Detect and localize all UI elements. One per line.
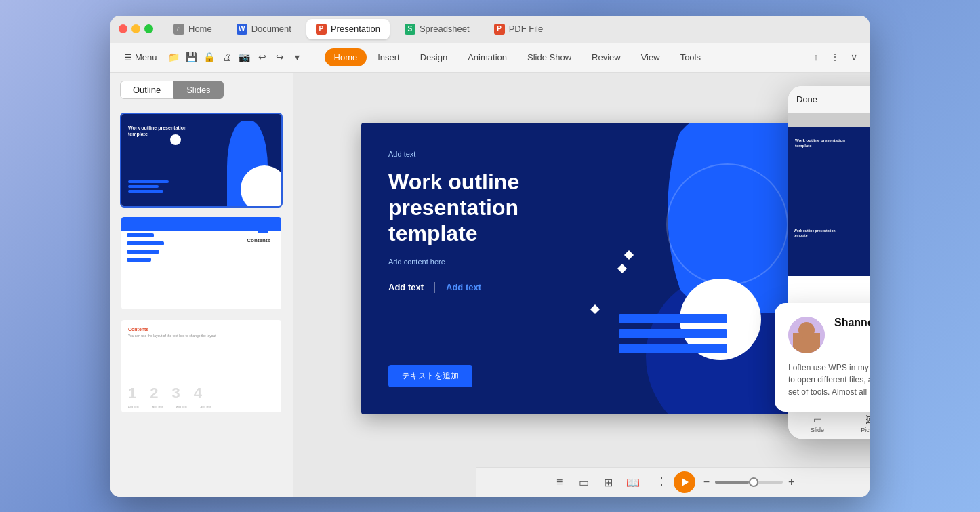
thumb3-sub-labels: Add Text Add Text Add Text Add Text bbox=[128, 405, 211, 408]
nav-tab-animation[interactable]: Animation bbox=[458, 48, 516, 66]
thumb3-title: Contents bbox=[128, 327, 148, 332]
thumb3-label4: Add Text bbox=[201, 405, 211, 408]
review-card: Shannon Flore s I often use WPS in my da… bbox=[775, 303, 870, 412]
diamond-1 bbox=[624, 250, 634, 259]
slide-main-title[interactable]: Work outline presentation template bbox=[388, 169, 598, 247]
nav-tab-insert[interactable]: Insert bbox=[368, 48, 409, 66]
slider-track[interactable] bbox=[715, 481, 783, 484]
tab-presentation[interactable]: P Presentation bbox=[306, 19, 390, 39]
tab-document[interactable]: W Document bbox=[227, 19, 301, 39]
undo-icon[interactable]: ↩ bbox=[255, 50, 270, 64]
menu-button[interactable]: ☰ Menu bbox=[119, 50, 163, 65]
review-text: I often use WPS in my daily life. It can… bbox=[788, 361, 870, 398]
mobile-done-button[interactable]: Done bbox=[796, 94, 817, 104]
mp-slide-text: Work outline presentationtemplate bbox=[795, 138, 845, 149]
toolbar-file-icons: 📁 💾 🔒 🖨 📷 ↩ ↪ ▾ bbox=[167, 50, 305, 64]
collapse-icon[interactable]: ∨ bbox=[846, 50, 861, 64]
toolbar-divider bbox=[312, 50, 312, 64]
mobile-slide-icon: ▭ bbox=[813, 414, 822, 425]
mobile-grey-bar bbox=[788, 113, 870, 127]
zoom-slider[interactable]: − + bbox=[703, 476, 795, 488]
hamburger-icon: ☰ bbox=[124, 52, 132, 62]
slide-cta-divider bbox=[434, 282, 435, 293]
slide-cta-left[interactable]: Add text bbox=[388, 282, 424, 292]
avatar bbox=[788, 317, 825, 353]
mobile-picture-label: Picture bbox=[861, 427, 870, 433]
nav-tab-slideshow[interactable]: Slide Show bbox=[518, 48, 581, 66]
mobile-header: Done 💾 ↩ ⊟ ✕ bbox=[788, 86, 870, 113]
thumb2-contents-label: Contents bbox=[247, 237, 270, 243]
outline-icon[interactable]: ≡ bbox=[552, 474, 568, 490]
minimize-button[interactable] bbox=[131, 24, 140, 33]
play-button[interactable] bbox=[674, 471, 695, 493]
slide-thumbnail-2[interactable]: Contents bbox=[120, 216, 283, 311]
mobile-picture-btn[interactable]: 🖼 Picture bbox=[861, 414, 870, 433]
thumb3-num4: 4 bbox=[194, 385, 202, 402]
more-icon[interactable]: ⋮ bbox=[828, 50, 842, 64]
grid-view-icon[interactable]: ⊞ bbox=[600, 474, 617, 490]
fullscreen-icon[interactable]: ⛶ bbox=[649, 474, 666, 490]
mobile-second-slide: Work outline presentationtemplate bbox=[788, 222, 870, 276]
sidebar-tab-outline[interactable]: Outline bbox=[120, 81, 173, 99]
thumb2-row1 bbox=[127, 233, 164, 237]
slide-thumbnail-1[interactable]: Work outline presentationtemplate bbox=[120, 113, 283, 208]
slide-bars bbox=[619, 314, 727, 353]
slide-outline-circle bbox=[666, 163, 788, 285]
sidebar-tab-slides[interactable]: Slides bbox=[173, 81, 223, 99]
mobile-slide-btn[interactable]: ▭ Slide bbox=[811, 414, 824, 433]
slide-bar-3 bbox=[619, 344, 727, 353]
toolbar-right: ↑ ⋮ ∨ bbox=[809, 50, 861, 64]
mobile-bottom-toolbar: ▭ Slide 🖼 Picture T Text Bo... bbox=[788, 408, 870, 439]
thumb2-blue-bar bbox=[121, 217, 281, 231]
slide-thumbnail-3[interactable]: Contents You can use the layout of the t… bbox=[120, 319, 283, 414]
slide-jp-button[interactable]: テキストを追加 bbox=[388, 365, 472, 387]
thumb3-label2: Add Text bbox=[152, 405, 163, 408]
normal-view-icon[interactable]: ▭ bbox=[576, 474, 592, 490]
content-area: Outline Slides Work outline presentation… bbox=[110, 73, 870, 497]
sidebar-tabs: Outline Slides bbox=[110, 73, 293, 107]
title-bar: ⌂ Home W Document P Presentation S Sprea… bbox=[110, 16, 870, 43]
nav-tab-tools[interactable]: Tools bbox=[671, 48, 710, 66]
close-button[interactable] bbox=[119, 24, 127, 33]
lock-icon[interactable]: 🔒 bbox=[202, 50, 217, 64]
slide-cta-right[interactable]: Add text bbox=[446, 282, 481, 292]
save-icon[interactable]: 💾 bbox=[184, 50, 199, 64]
traffic-lights bbox=[119, 24, 153, 33]
zoom-plus[interactable]: + bbox=[788, 476, 794, 488]
zoom-minus[interactable]: − bbox=[703, 476, 710, 488]
tab-pdf[interactable]: P PDF File bbox=[485, 19, 553, 39]
maximize-button[interactable] bbox=[144, 24, 153, 33]
thumb2-row3 bbox=[127, 250, 164, 254]
print-icon[interactable]: 🖨 bbox=[220, 50, 234, 64]
share-icon[interactable]: ↑ bbox=[809, 50, 823, 64]
redo-icon[interactable]: ↪ bbox=[272, 50, 287, 64]
spreadsheet-icon: S bbox=[405, 24, 415, 35]
thumb1-bars bbox=[128, 180, 169, 193]
bottom-bar: ≡ ▭ ⊞ 📖 ⛶ − + bbox=[476, 467, 870, 497]
screenshot-icon[interactable]: 📷 bbox=[237, 50, 252, 64]
presentation-icon: P bbox=[316, 24, 327, 35]
thumb3-num1: 1 bbox=[128, 385, 136, 402]
slide-add-text-label: Add text bbox=[388, 150, 598, 158]
thumb1-bar3 bbox=[128, 190, 163, 193]
slider-fill bbox=[715, 481, 749, 484]
dropdown-icon[interactable]: ▾ bbox=[290, 50, 305, 64]
mobile-slide-preview: Work outline presentationtemplate bbox=[788, 127, 870, 222]
nav-tab-home[interactable]: Home bbox=[325, 48, 367, 66]
nav-tab-design[interactable]: Design bbox=[411, 48, 457, 66]
tab-home[interactable]: ⌂ Home bbox=[164, 19, 222, 39]
thumb3-num2: 2 bbox=[150, 385, 158, 402]
home-icon: ⌂ bbox=[173, 24, 184, 35]
slide-canvas[interactable]: Add text Work outline presentation templ… bbox=[361, 123, 802, 414]
nav-tabs: Home Insert Design Animation Slide Show … bbox=[325, 48, 710, 66]
nav-tab-review[interactable]: Review bbox=[582, 48, 630, 66]
app-window: ⌂ Home W Document P Presentation S Sprea… bbox=[110, 16, 870, 497]
nav-tab-view[interactable]: View bbox=[632, 48, 670, 66]
folder-icon[interactable]: 📁 bbox=[167, 50, 182, 64]
thumb2-row2 bbox=[127, 241, 164, 245]
document-icon: W bbox=[237, 24, 247, 35]
tab-spreadsheet[interactable]: S Spreadsheet bbox=[395, 19, 479, 39]
notes-icon[interactable]: 📖 bbox=[625, 474, 641, 490]
sidebar: Outline Slides Work outline presentation… bbox=[110, 73, 293, 497]
slider-thumb[interactable] bbox=[749, 477, 758, 487]
